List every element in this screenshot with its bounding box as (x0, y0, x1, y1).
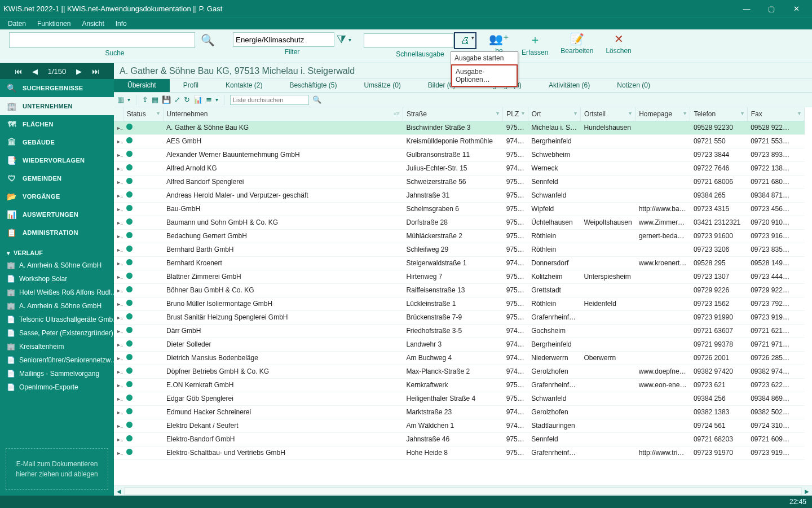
email-dropzone[interactable]: E-Mail zum Dokumentieren hierher ziehen … (6, 448, 108, 490)
menu-funktionen[interactable]: Funktionen (32, 19, 76, 29)
filter-input[interactable] (233, 32, 334, 47)
grid-search-icon[interactable]: 🔍 (312, 95, 321, 104)
table-row[interactable]: ▸Andreas Herold Maler- und Verputzer- ge… (114, 189, 805, 202)
row-handle[interactable]: ▸ (114, 175, 123, 189)
filter-icon[interactable]: ▾ (798, 110, 801, 116)
table-row[interactable]: ▸Elektro Dekant / SeufertAm Wäldchen 197… (114, 419, 805, 432)
row-handle[interactable]: ▸ (114, 216, 123, 229)
history-item[interactable]: 📄Mailings - Sammelvorgang (0, 367, 114, 380)
edit-icon[interactable]: 📝 (570, 32, 584, 46)
table-row[interactable]: ▸Baumann und Sohn GmbH & Co. KGDorfstraß… (114, 216, 805, 229)
table-row[interactable]: ▸Alfred Bandorf SpenglereiSchweizerstraß… (114, 175, 805, 189)
history-item[interactable]: 🏢A. Amrhein & Söhne GmbH (0, 299, 114, 313)
col-ortsteil[interactable]: Ortsteil▾ (580, 107, 635, 121)
col-straße[interactable]: Straße▾ (403, 107, 502, 121)
pager-next-icon[interactable]: ▶ (76, 67, 82, 76)
table-row[interactable]: ▸Dieter SollederLandwehr 3974…Bergrheinf… (114, 338, 805, 351)
col-homepage[interactable]: Homepage▾ (636, 107, 690, 121)
history-item[interactable]: 📄Telsonic Ultraschallgeräte Gmb… (0, 313, 114, 326)
print-menu-start[interactable]: Ausgabe starten (451, 52, 518, 64)
table-row[interactable]: ▸Döpfner Betriebs GmbH & Co. KGMax-Planc… (114, 365, 805, 378)
list-icon[interactable]: ≣ (206, 95, 212, 104)
data-grid[interactable]: Status▾Unternehmen▵▿Straße▾PLZ▾Ort▾Ortst… (114, 107, 812, 485)
print-dropdown-icon[interactable]: ▾ (471, 35, 474, 41)
row-handle[interactable]: ▸ (114, 161, 123, 175)
table-row[interactable]: ▸Alexander Werner Bauunternehmung GmbHGu… (114, 148, 805, 161)
row-handle[interactable]: ▸ (114, 243, 123, 256)
table-row[interactable]: ▸Edmund Hacker SchreinereiMarktstraße 23… (114, 405, 805, 419)
row-handle[interactable]: ▸ (114, 148, 123, 161)
pager-first-icon[interactable]: ⏮ (15, 67, 22, 76)
sidebar-item-administration[interactable]: 📋Administration (0, 224, 114, 242)
col-status[interactable]: Status▾ (123, 107, 163, 121)
table-row[interactable]: ▸Bernhard KroenertSteigerwaldstraße 1974… (114, 256, 805, 270)
expand-icon[interactable]: ⤢ (174, 95, 180, 104)
table-row[interactable]: ▸Böhner Bau GmbH & Co. KGRaiffeisenstraß… (114, 283, 805, 297)
sidebar-item-vorgänge[interactable]: 📂Vorgänge (0, 187, 114, 205)
table-row[interactable]: ▸Bruno Müller Isoliermontage GmbHLücklei… (114, 297, 805, 310)
refresh-icon[interactable]: ↻ (184, 95, 190, 104)
table-row[interactable]: ▸Bau-GmbHSchelmsgraben 6975…Wipfeldhttp:… (114, 202, 805, 216)
grid-icon[interactable]: ▦ (152, 95, 158, 104)
sidebar-item-auswertungen[interactable]: 📊Auswertungen (0, 205, 114, 224)
row-handle[interactable]: ▸ (114, 419, 123, 432)
scroll-right-icon[interactable]: ▶ (802, 487, 811, 495)
menu-ansicht[interactable]: Ansicht (76, 19, 109, 29)
history-item[interactable]: 📄Sasse, Peter (Existenzgründer) (0, 326, 114, 340)
col-telefon[interactable]: Telefon▾ (690, 107, 747, 121)
col-ort[interactable]: Ort▾ (528, 107, 580, 121)
sidebar-item-wiedervorlagen[interactable]: 📑Wiedervorlagen (0, 151, 114, 169)
tab-0[interactable]: Übersicht (114, 79, 170, 92)
table-row[interactable]: ▸Bedachung Gernert GmbHMühläckerstraße 2… (114, 229, 805, 243)
sidebar-item-gemeinden[interactable]: 🛡Gemeinden (0, 169, 114, 187)
tab-7[interactable]: Aktivitäten (6) (535, 79, 603, 92)
tab-8[interactable]: Notizen (0) (603, 79, 664, 92)
funnel-icon[interactable]: ⧩ (334, 33, 348, 46)
filter-icon[interactable]: ▾ (683, 110, 686, 116)
delete-icon[interactable]: ✕ (614, 32, 624, 46)
table-row[interactable]: ▸Brust Sanitär Heizung Spenglerei GmbHBr… (114, 310, 805, 324)
sidebar-item-unternehmen[interactable]: 🏢Unternehmen (0, 97, 114, 115)
history-item[interactable]: 📄Seniorenführer/Seniorennetzw… (0, 353, 114, 367)
global-search-input[interactable] (9, 32, 195, 48)
chevron-down-icon[interactable]: ▾ (7, 249, 10, 257)
sidebar-item-suchergebnisse[interactable]: 🔍Suchergebnisse (0, 79, 114, 97)
table-row[interactable]: ▸Alfred Arnold KGJulius-Echter-Str. 1597… (114, 161, 805, 175)
history-item[interactable]: 📄OpenImmo-Exporte (0, 380, 114, 394)
row-handle[interactable]: ▸ (114, 297, 123, 310)
row-handle[interactable]: ▸ (114, 446, 123, 459)
row-handle[interactable]: ▸ (114, 121, 123, 134)
tab-2[interactable]: Kontakte (2) (212, 79, 276, 92)
print-button[interactable]: 🖨▾ (454, 32, 476, 49)
row-handle[interactable]: ▸ (114, 392, 123, 405)
row-handle[interactable]: ▸ (114, 432, 123, 446)
tab-1[interactable]: Profil (170, 79, 212, 92)
filter-icon[interactable]: ▾ (629, 110, 632, 116)
sidebar-item-gebäude[interactable]: 🏛Gebäude (0, 133, 114, 151)
pager-last-icon[interactable]: ⏭ (92, 67, 99, 76)
filter-dropdown-icon[interactable]: ▾ (348, 37, 351, 43)
table-row[interactable]: ▸Bernhard Barth GmbHSchleifweg 29975…Röt… (114, 243, 805, 256)
row-handle[interactable]: ▸ (114, 365, 123, 378)
filter-icon[interactable]: ▾ (496, 110, 499, 116)
filter-icon[interactable]: ▾ (574, 110, 577, 116)
history-item[interactable]: 📄Workshop Solar (0, 272, 114, 286)
col-unternehmen[interactable]: Unternehmen▵▿ (163, 107, 403, 121)
row-handle[interactable]: ▸ (114, 229, 123, 243)
table-row[interactable]: ▸Blattner Zimmerei GmbHHirtenweg 7975…Ko… (114, 270, 805, 283)
close-button[interactable]: ✕ (784, 0, 809, 17)
export-icon[interactable]: ⇪ (142, 95, 148, 104)
filter-icon[interactable]: ▾ (157, 110, 160, 116)
maximize-button[interactable]: ▢ (759, 0, 784, 17)
row-handle[interactable]: ▸ (114, 202, 123, 216)
table-row[interactable]: ▸Edgar Göb SpenglereiHeiligenthaler Stra… (114, 392, 805, 405)
history-item[interactable]: 🏢Kreisaltenheim (0, 340, 114, 353)
columns-icon[interactable]: ▥ (117, 95, 124, 104)
table-row[interactable]: ▸Dietrich Mansius BodenbelägeAm Buchweg … (114, 351, 805, 365)
sort-filter-icon[interactable]: ▵▿ (394, 110, 399, 116)
history-item[interactable]: 🏢Hotel Weißes Roß Alfons Rudl… (0, 286, 114, 299)
menu-daten[interactable]: Daten (2, 19, 32, 29)
tab-3[interactable]: Beschäftigte (5) (276, 79, 350, 92)
quick-output-input[interactable] (364, 33, 454, 48)
filter-icon[interactable]: ▾ (741, 110, 744, 116)
